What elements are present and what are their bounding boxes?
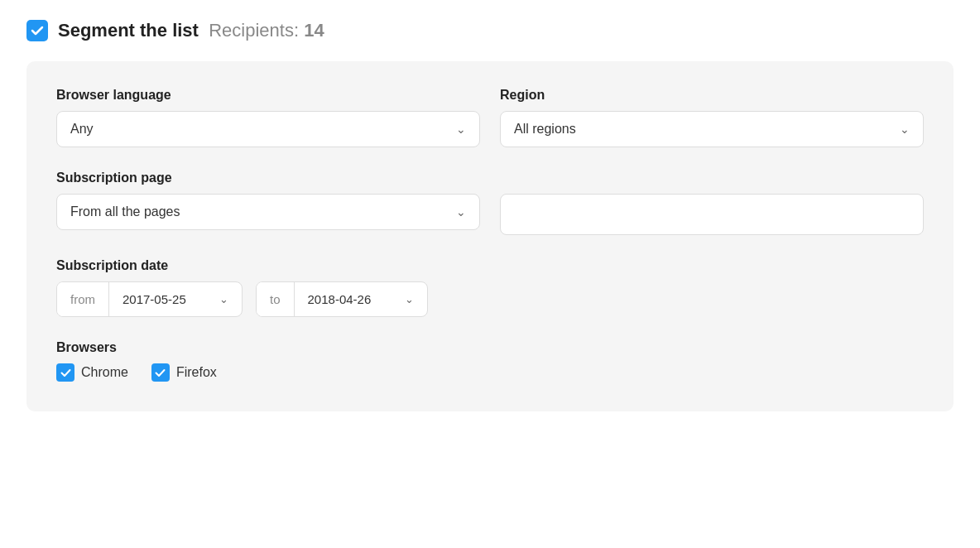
date-from-value: 2017-05-25 <box>122 292 186 306</box>
subscription-date-label: Subscription date <box>56 258 924 273</box>
subscription-date-section: Subscription date from 2017-05-25 ⌄ to 2… <box>56 258 924 317</box>
firefox-checkbox[interactable] <box>151 363 170 382</box>
browser-firefox[interactable]: Firefox <box>151 363 217 382</box>
page-title: Segment the list Recipients: 14 <box>58 20 324 41</box>
chrome-checkbox[interactable] <box>56 363 74 382</box>
date-to-group: to 2018-04-26 ⌄ <box>256 281 428 317</box>
region-label: Region <box>500 88 924 103</box>
subscription-page-label: Subscription page <box>56 171 924 185</box>
recipients-label: Recipients: 14 <box>204 20 324 41</box>
segment-checkbox[interactable] <box>26 20 48 41</box>
date-to-select[interactable]: 2018-04-26 ⌄ <box>295 282 427 316</box>
subscription-page-chevron-icon: ⌄ <box>456 205 466 219</box>
chrome-label: Chrome <box>81 365 128 380</box>
subscription-page-section: Subscription page From all the pages ⌄ <box>56 171 924 235</box>
firefox-label: Firefox <box>176 365 217 380</box>
date-to-value: 2018-04-26 <box>308 292 372 306</box>
subscription-page-value: From all the pages <box>70 204 180 219</box>
page-header: Segment the list Recipients: 14 <box>26 20 954 41</box>
browser-chrome[interactable]: Chrome <box>56 363 128 382</box>
browser-language-chevron-icon: ⌄ <box>456 123 466 136</box>
date-to-label: to <box>257 282 295 316</box>
browser-language-value: Any <box>70 122 94 137</box>
subscription-page-select[interactable]: From all the pages ⌄ <box>56 194 480 230</box>
segment-panel: Browser language Any ⌄ Region All region… <box>26 61 954 411</box>
region-col: Region All regions ⌄ <box>500 88 924 147</box>
region-value: All regions <box>514 122 576 137</box>
date-from-select[interactable]: 2017-05-25 ⌄ <box>109 282 242 316</box>
row-language-region: Browser language Any ⌄ Region All region… <box>56 88 924 147</box>
subscription-page-input-col <box>500 194 924 235</box>
subscription-page-row: From all the pages ⌄ <box>56 194 924 235</box>
region-select[interactable]: All regions ⌄ <box>500 111 924 147</box>
subscription-page-input[interactable] <box>500 194 924 235</box>
browsers-label: Browsers <box>56 340 924 355</box>
date-from-chevron-icon: ⌄ <box>219 293 228 305</box>
region-chevron-icon: ⌄ <box>900 123 910 136</box>
browser-language-col: Browser language Any ⌄ <box>56 88 480 147</box>
browser-language-select[interactable]: Any ⌄ <box>56 111 480 147</box>
browser-language-label: Browser language <box>56 88 480 103</box>
date-to-chevron-icon: ⌄ <box>405 293 414 305</box>
browsers-row: Chrome Firefox <box>56 363 924 382</box>
subscription-date-row: from 2017-05-25 ⌄ to 2018-04-26 ⌄ <box>56 281 924 317</box>
date-from-group: from 2017-05-25 ⌄ <box>56 281 243 317</box>
date-from-label: from <box>57 282 109 316</box>
subscription-page-select-col: From all the pages ⌄ <box>56 194 480 235</box>
browsers-section: Browsers Chrome Firefox <box>56 340 924 382</box>
